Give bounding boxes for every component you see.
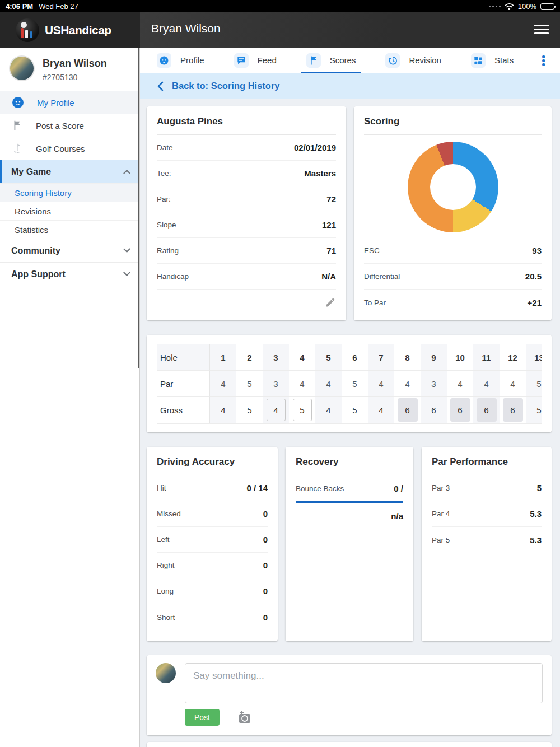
signal-dots-icon [489,6,501,7]
chevron-down-icon [123,245,130,253]
row-value: 0 [263,613,268,622]
hole-number: 10 [447,344,473,371]
scoring-donut-chart [408,142,498,232]
sidebar-section-app-support[interactable]: App Support [0,262,139,286]
tab-stats[interactable]: Stats [465,48,519,73]
comment-input[interactable] [185,663,543,703]
row-value: 121 [322,220,336,230]
sidebar-section-community[interactable]: Community [0,239,139,262]
gross-value-double-bogey: 6 [500,397,526,423]
sidebar-item-revisions[interactable]: Revisions [0,202,139,220]
sidebar-scrollbar[interactable] [138,48,139,368]
gross-value: 5 [236,397,263,423]
edit-score-button[interactable] [157,290,336,315]
tab-feed[interactable]: Feed [228,48,282,73]
sidebar-item-label: Golf Courses [36,144,85,153]
post-button[interactable]: Post [185,709,220,726]
row-label: Par 3 [432,484,450,492]
add-photo-camera-icon[interactable] [237,710,253,725]
driving-row-long: Long 0 [157,578,268,604]
row-label: Right [157,561,175,569]
driving-row-hit: Hit 0 / 14 [157,475,268,501]
sidebar-item-golf-courses[interactable]: Golf Courses [0,137,139,160]
sidebar-item-scoring-history[interactable]: Scoring History [0,183,139,202]
row-value: Masters [304,169,336,178]
parperf-row-par5: Par 5 5.3 [432,527,542,553]
pencil-icon [325,297,336,308]
sidebar-item-label: Post a Score [36,121,84,130]
scoring-row-differential: Differential 20.5 [364,264,542,290]
app-header: USHandicap Bryan Wilson [0,12,560,48]
history-icon [385,53,400,68]
sidebar-user-id: #2705130 [43,73,107,82]
row-label: Bounce Backs [296,484,344,493]
row-value: 71 [326,246,336,255]
scoring-card: Scoring ESC 93 Differential 20.5 To Par … [354,106,552,320]
wifi-icon [505,3,514,10]
sidebar-item-label: My Profile [37,98,74,108]
gross-value: 4 [315,397,342,423]
sidebar-section-my-game[interactable]: My Game [0,160,139,183]
course-card: Augusta Pines Date 02/01/2019 Tee: Maste… [147,106,346,320]
row-value: 5 [537,483,542,493]
hamburger-menu-button[interactable] [534,25,549,36]
course-row-handicap: Handicap N/A [157,264,336,290]
gross-value-bogey: 5 [289,397,315,423]
row-label: Differential [364,272,400,281]
chevron-left-icon [157,81,164,91]
course-row-par: Par: 72 [157,186,336,212]
par-value: 5 [526,371,542,397]
scoring-row-to-par: To Par +21 [364,290,542,315]
chevron-down-icon [123,269,130,276]
course-row-date: Date 02/01/2019 [157,135,336,161]
row-label: Par 5 [432,536,450,544]
profile-icon [157,53,171,68]
par-value: 4 [368,371,394,397]
sidebar-subitem-label: Revisions [15,207,51,216]
row-value: 02/01/2019 [294,143,336,152]
course-row-slope: Slope 121 [157,212,336,238]
comment-card: Post [147,655,552,735]
row-value: +21 [528,298,542,307]
driving-row-missed: Missed 0 [157,501,268,527]
tab-revision[interactable]: Revision [380,48,447,73]
sidebar-item-my-profile[interactable]: My Profile [0,91,139,114]
scoring-row-esc: ESC 93 [364,238,542,264]
golf-course-icon [11,142,24,155]
sidebar-item-post-a-score[interactable]: Post a Score [0,114,139,137]
hole-table-card: Hole 1 2 3 4 5 6 7 8 9 10 11 12 13 Par 4… [147,335,552,432]
course-card-title: Augusta Pines [147,106,346,134]
par-performance-title: Par Performance [422,447,552,475]
status-date: Wed Feb 27 [39,2,78,11]
row-value: 5.3 [530,509,542,519]
hole-number: 4 [289,344,315,371]
sidebar-item-statistics[interactable]: Statistics [0,220,139,239]
row-value: 20.5 [525,272,542,281]
back-button[interactable]: Back to: Scoring History [140,73,560,99]
tab-label: Scores [330,55,356,65]
hole-number: 5 [315,344,342,371]
golf-tees-logo-icon [16,18,39,42]
par-value: 3 [263,371,289,397]
row-label: Rating [157,246,179,255]
tab-label: Profile [180,55,204,65]
tab-scores[interactable]: Scores [301,48,362,73]
gross-value: 4 [368,397,394,423]
gross-value-double-bogey: 6 [394,397,421,423]
par-value: 4 [500,371,526,397]
sidebar-section-label: My Game [11,167,51,177]
row-label: Slope [157,221,176,229]
gross-value: 6 [421,397,447,423]
row-value: 72 [326,194,336,204]
brand-name: USHandicap [45,24,111,37]
tab-profile[interactable]: Profile [151,48,210,73]
tab-label: Revision [409,55,441,65]
sidebar-subitem-label: Statistics [15,225,48,235]
par-value: 4 [315,371,342,397]
sidebar: Bryan Wilson #2705130 My Profile Post a … [0,48,140,747]
gross-value-double-bogey: 6 [473,397,500,423]
row-label: Handicap [157,272,189,281]
gross-value-double-bogey: 6 [447,397,473,423]
overflow-menu-button[interactable]: ••• [542,54,545,66]
hole-table: Hole 1 2 3 4 5 6 7 8 9 10 11 12 13 Par 4… [157,344,542,424]
